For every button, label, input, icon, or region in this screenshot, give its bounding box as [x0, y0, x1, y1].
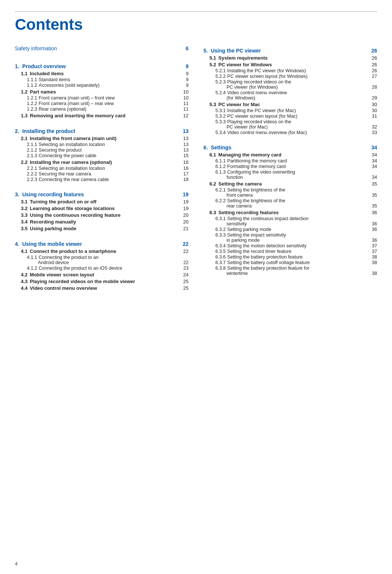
toc-page: 35 [366, 203, 377, 209]
toc-subsection: 5.3.1Installing the PC viewer (for Mac)3… [203, 108, 377, 113]
toc-subsection-multiline: 6.3.1Setting the continuous impact detec… [203, 216, 377, 226]
toc-section: 4.3Playing recorded videos on the mobile… [15, 279, 189, 284]
toc-label: 5.2PC viewer for Windows [209, 62, 272, 67]
toc-label: 2.2.2Securing the rear camera [27, 171, 91, 177]
toc-label: 1.2.2Front camera (main unit) – rear vie… [27, 101, 114, 106]
toc-label: 5.Using the PC viewer [203, 48, 261, 54]
toc-page: 22 [177, 260, 189, 265]
toc-label: 2.Installing the product [15, 128, 75, 134]
toc-label: 1.3Removing and inserting the memory car… [21, 113, 126, 118]
toc-page: 30 [366, 108, 377, 113]
toc-page: 21 [177, 226, 189, 231]
toc-page: 26 [366, 55, 377, 61]
toc-section: 3.5Using parking mode21 [15, 226, 189, 231]
toc-page: 38 [366, 271, 377, 276]
toc-label: 4.4Video control menu overview [21, 285, 97, 291]
right-column: 5.Using the PC viewer265.1System require… [203, 44, 377, 292]
toc-label: 6.3.6Setting the battery protection feat… [215, 254, 303, 260]
toc-subsection-multiline: 5.2.4Video control menu overview(for Win… [203, 90, 377, 101]
toc-section: 6.2Setting the camera35 [203, 181, 377, 187]
toc-page: 23 [177, 266, 189, 271]
page-title: Contents [15, 16, 377, 34]
toc-label: 2.1Installing the front camera (main uni… [21, 136, 117, 141]
toc-page: 37 [366, 249, 377, 254]
toc-label: 6.3.5Setting the record timer feature [215, 249, 291, 254]
toc-label: 1.2.3Rear camera (optional) [27, 107, 86, 112]
toc-subsection: 2.1.1Selecting an installation location1… [15, 142, 189, 147]
toc-page: 34 [366, 158, 377, 164]
toc-page: 30 [366, 102, 377, 107]
toc-page: 6 [177, 45, 189, 51]
toc-label: 3.3Using the continuous recording featur… [21, 212, 121, 218]
toc-page: 28 [366, 85, 377, 90]
toc-section: 1.1Included items9 [15, 71, 189, 76]
toc-subsection: 5.2.2PC viewer screen layout (for Window… [203, 74, 377, 79]
toc-page: 36 [366, 238, 377, 243]
toc-page: 18 [177, 177, 189, 182]
toc-page: 25 [177, 285, 189, 291]
toc-label: 6.Settings [203, 145, 231, 150]
toc-page: 9 [177, 83, 189, 88]
toc-label: 5.2.3Playing recorded videos on thePC vi… [215, 79, 366, 90]
toc-chapter: 4.Using the mobile viewer22 [15, 241, 189, 247]
toc-section: 3.2Learning about file storage locations… [15, 206, 189, 211]
toc-page: 27 [366, 74, 377, 79]
toc-page: 13 [177, 148, 189, 153]
toc-label: 1.1Included items [21, 71, 64, 76]
toc-subsection: 1.2.3Rear camera (optional)11 [15, 107, 189, 112]
toc-label: 6.2.1Setting the brightness of thefront … [215, 187, 366, 198]
toc-label: 5.1System requirements [209, 55, 268, 61]
toc-page: 19 [177, 191, 189, 197]
toc-label: 5.2.4Video control menu overview(for Win… [215, 90, 366, 101]
toc-subsection: 6.3.2Setting parking mode36 [203, 227, 377, 232]
toc-page: 29 [366, 95, 377, 101]
toc-label: 5.3.3Playing recorded videos on thePC vi… [215, 119, 366, 130]
toc-page: 13 [177, 136, 189, 141]
toc-page: 38 [366, 254, 377, 260]
toc-page: 31 [366, 114, 377, 119]
toc-subsection: 1.1.1Standard items9 [15, 77, 189, 82]
toc-subsection: 6.3.6Setting the battery protection feat… [203, 254, 377, 260]
toc-page: 33 [366, 130, 377, 135]
toc-page: 16 [177, 159, 189, 165]
toc-page: 17 [177, 171, 189, 177]
toc-page: 34 [366, 152, 377, 158]
toc-page: 37 [366, 243, 377, 248]
toc-label: 4.1.2Connecting the product to an iOS de… [27, 266, 122, 271]
toc-subsection: 6.1.1Partitioning the memory card34 [203, 158, 377, 164]
toc-label: 6.3.4Setting the motion detection sensit… [215, 243, 306, 248]
toc-label: 2.2.1Selecting an installation location [27, 166, 105, 171]
toc-page: 12 [177, 113, 189, 118]
toc-label: 3.5Using parking mode [21, 226, 76, 231]
toc-label: 4.1Connect the product to a smartphone [21, 248, 116, 254]
toc-page: 22 [177, 248, 189, 254]
toc-subsection-multiline: 6.2.2Setting the brightness of therear c… [203, 198, 377, 209]
toc-safety-information: Safety information6 [15, 45, 189, 51]
toc-page: 20 [177, 212, 189, 218]
toc-subsection-multiline: 5.2.3Playing recorded videos on thePC vi… [203, 79, 377, 90]
toc-label: 3.4Recording manually [21, 219, 76, 225]
toc-subsection: 6.3.7Setting the battery cutoff voltage … [203, 260, 377, 265]
toc-subsection: 5.2.1Installing the PC viewer (for Windo… [203, 68, 377, 73]
toc-label: 2.2.3Connecting the rear camera cable [27, 177, 109, 182]
toc-label: 6.1.1Partitioning the memory card [215, 158, 287, 164]
toc-label: 1.1.1Standard items [27, 77, 70, 82]
toc-section: 3.4Recording manually20 [15, 219, 189, 225]
toc-section: 4.1Connect the product to a smartphone22 [15, 248, 189, 254]
toc-chapter: 1.Product overview9 [15, 63, 189, 69]
toc-label: 6.3.7Setting the battery cutoff voltage … [215, 260, 310, 265]
toc-subsection: 2.2.3Connecting the rear camera cable18 [15, 177, 189, 182]
toc-page: 32 [366, 124, 377, 130]
toc-page: 10 [177, 89, 189, 95]
toc-page: 24 [177, 272, 189, 278]
toc-label: 4.1.1Connecting the product to anAndroid… [27, 255, 177, 265]
toc-section: 6.1Managing the memory card34 [203, 152, 377, 158]
toc-section: 2.1Installing the front camera (main uni… [15, 136, 189, 141]
toc-page: 9 [177, 63, 189, 69]
toc-subsection-multiline: 6.1.3Configuring the video overwritingfu… [203, 169, 377, 180]
toc-chapter: 3.Using recording features19 [15, 191, 189, 197]
toc-chapter: 6.Settings34 [203, 145, 377, 150]
toc-section: 4.2Mobile viewer screen layout24 [15, 272, 189, 278]
toc-label: 1.Product overview [15, 63, 66, 69]
toc-page: 26 [366, 48, 377, 54]
